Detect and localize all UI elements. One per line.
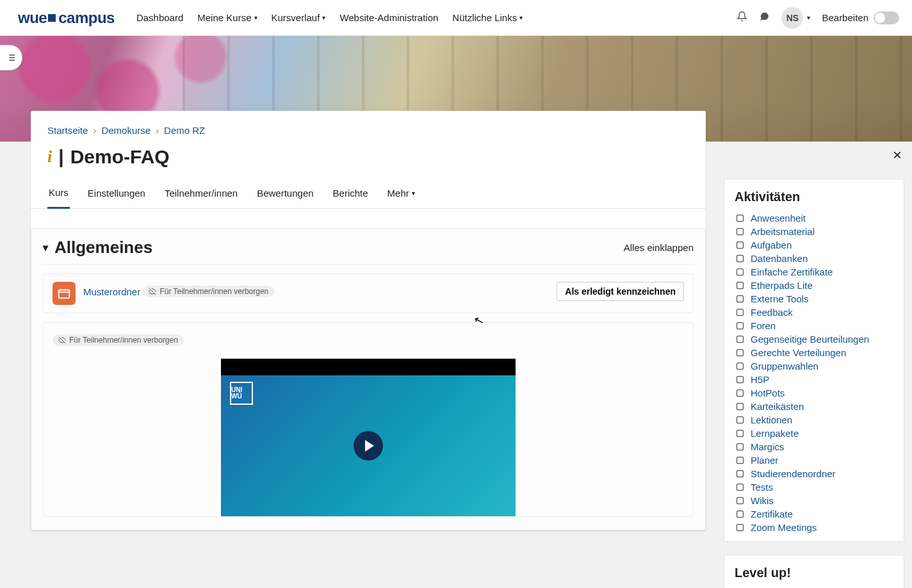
tab-course[interactable]: Kurs xyxy=(47,179,70,209)
tab-reports[interactable]: Berichte xyxy=(332,179,370,208)
activity-link[interactable]: Musterordner xyxy=(83,286,140,297)
activity-type-item[interactable]: Gruppenwahlen xyxy=(735,360,893,372)
tab-grades[interactable]: Bewertungen xyxy=(256,179,314,208)
top-navbar: wue campus Dashboard Meine Kurse ▾ Kursv… xyxy=(0,0,912,36)
chevron-down-icon[interactable]: ▾ xyxy=(43,241,48,254)
activity-type-icon xyxy=(735,415,745,425)
activity-type-item[interactable]: Zoom Meetings xyxy=(735,521,893,534)
activity-type-icon xyxy=(735,321,745,331)
activity-type-item[interactable]: Lektionen xyxy=(735,414,893,426)
activities-block: Aktivitäten Anwesenheit Arbeitsmaterial … xyxy=(724,179,904,542)
activity-type-link[interactable]: Planer xyxy=(751,455,778,466)
svg-rect-15 xyxy=(737,269,743,275)
activity-type-link[interactable]: Gruppenwahlen xyxy=(751,361,818,372)
activity-type-link[interactable]: Anwesenheit xyxy=(751,213,806,224)
activity-type-item[interactable]: Anwesenheit xyxy=(735,212,893,224)
activity-type-item[interactable]: Einfache Zertifikate xyxy=(735,266,893,278)
notifications-icon[interactable] xyxy=(737,11,747,25)
activity-type-link[interactable]: Datenbanken xyxy=(751,253,808,264)
hidden-badge: Für Teilnehmer/innen verborgen xyxy=(143,286,274,297)
nav-course-history-label: Kursverlauf xyxy=(272,12,320,23)
course-content-card: Startseite › Demokurse › Demo RZ i | Dem… xyxy=(31,111,706,530)
activity-type-item[interactable]: Planer xyxy=(735,454,893,466)
tab-more[interactable]: Mehr ▾ xyxy=(386,179,416,208)
activity-type-item[interactable]: Aufgaben xyxy=(735,239,893,251)
tab-more-label: Mehr xyxy=(387,188,409,199)
breadcrumb: Startseite › Demokurse › Demo RZ xyxy=(47,125,689,136)
edit-toggle-switch[interactable] xyxy=(874,12,899,24)
edit-mode-toggle[interactable]: Bearbeiten xyxy=(822,12,899,24)
video-player[interactable]: UNI WÜ xyxy=(221,359,516,516)
activity-type-link[interactable]: Externe Tools xyxy=(751,293,809,304)
activity-type-link[interactable]: Zoom Meetings xyxy=(751,522,817,533)
activity-type-item[interactable]: Wikis xyxy=(735,494,893,507)
activity-type-link[interactable]: Wikis xyxy=(751,495,774,506)
activity-type-item[interactable]: H5P xyxy=(735,373,893,386)
activity-type-item[interactable]: Arbeitsmaterial xyxy=(735,225,893,238)
nav-site-admin[interactable]: Website-Administration xyxy=(334,8,443,27)
activity-type-link[interactable]: Etherpads Lite xyxy=(751,280,813,291)
activity-type-link[interactable]: Studierendenordner xyxy=(751,468,836,479)
activity-type-item[interactable]: Tests xyxy=(735,481,893,493)
activity-type-icon xyxy=(735,388,745,398)
folder-icon xyxy=(53,282,76,305)
svg-rect-21 xyxy=(737,350,743,356)
svg-rect-33 xyxy=(737,511,743,518)
svg-rect-27 xyxy=(737,430,743,437)
activity-type-link[interactable]: Zertifikate xyxy=(751,509,793,519)
user-menu[interactable]: NS ▾ xyxy=(781,7,810,29)
breadcrumb-demo-rz[interactable]: Demo RZ xyxy=(164,125,205,136)
activity-type-item[interactable]: Karteikästen xyxy=(735,400,893,412)
mark-done-button[interactable]: Als erledigt kennzeichnen xyxy=(557,282,684,301)
activity-type-item[interactable]: Externe Tools xyxy=(735,293,893,305)
breadcrumb-demo-courses[interactable]: Demokurse xyxy=(101,125,151,136)
activity-type-item[interactable]: Foren xyxy=(735,320,893,332)
activity-type-link[interactable]: Tests xyxy=(751,482,773,493)
activity-type-item[interactable]: Margics xyxy=(735,441,893,453)
hidden-badge: Für Teilnehmer/innen verborgen xyxy=(53,334,184,346)
nav-course-history[interactable]: Kursverlauf ▾ xyxy=(266,8,331,27)
activity-type-link[interactable]: Foren xyxy=(751,320,776,331)
nav-right: NS ▾ Bearbeiten xyxy=(737,7,899,29)
activity-type-item[interactable]: Feedback xyxy=(735,306,893,318)
play-button-icon[interactable] xyxy=(354,431,383,461)
activity-type-link[interactable]: Lektionen xyxy=(751,414,792,425)
activity-type-link[interactable]: Feedback xyxy=(751,307,793,318)
activity-type-link[interactable]: Arbeitsmaterial xyxy=(751,226,815,237)
site-logo[interactable]: wue campus xyxy=(18,9,115,27)
nav-useful-links[interactable]: Nützliche Links ▾ xyxy=(447,8,528,27)
activity-type-item[interactable]: Studierendenordner xyxy=(735,468,893,480)
svg-rect-32 xyxy=(737,498,743,504)
svg-rect-13 xyxy=(737,242,743,249)
activity-type-item[interactable]: Datenbanken xyxy=(735,252,893,265)
activity-type-link[interactable]: Karteikästen xyxy=(751,401,804,412)
activity-type-item[interactable]: Gegenseitige Beurteilungen xyxy=(735,333,893,345)
nav-my-courses[interactable]: Meine Kurse ▾ xyxy=(192,8,262,27)
tab-participants[interactable]: Teilnehmer/innen xyxy=(163,179,239,208)
levelup-block: Level up! Beteiligen Sie sich am Kurs, u… xyxy=(724,555,904,588)
activity-type-link[interactable]: Einfache Zertifikate xyxy=(751,266,833,277)
svg-rect-19 xyxy=(737,323,743,329)
collapse-all-link[interactable]: Alles einklappen xyxy=(624,242,694,253)
chevron-down-icon: ▾ xyxy=(322,14,325,21)
tab-settings[interactable]: Einstellungen xyxy=(86,179,147,208)
activity-type-item[interactable]: Etherpads Lite xyxy=(735,279,893,291)
activity-type-link[interactable]: H5P xyxy=(751,374,769,385)
activity-type-link[interactable]: Gerechte Verteilungen xyxy=(751,347,846,358)
activity-type-item[interactable]: Gerechte Verteilungen xyxy=(735,347,893,359)
svg-rect-22 xyxy=(737,363,743,370)
activity-type-item[interactable]: Zertifikate xyxy=(735,508,893,520)
activity-type-item[interactable]: Lernpakete xyxy=(735,427,893,439)
video-logo: UNI WÜ xyxy=(230,382,253,405)
activity-type-link[interactable]: Lernpakete xyxy=(751,428,799,439)
activity-type-link[interactable]: HotPots xyxy=(751,388,785,398)
course-section: ▾ Allgemeines Alles einklappen Musterord… xyxy=(31,228,706,530)
activity-type-link[interactable]: Aufgaben xyxy=(751,240,792,250)
activity-type-link[interactable]: Margics xyxy=(751,441,785,452)
activity-type-item[interactable]: HotPots xyxy=(735,387,893,399)
breadcrumb-home[interactable]: Startseite xyxy=(47,125,88,136)
nav-dashboard[interactable]: Dashboard xyxy=(131,8,188,27)
close-drawer-button[interactable] xyxy=(893,149,902,163)
messages-icon[interactable] xyxy=(759,11,770,25)
activity-type-link[interactable]: Gegenseitige Beurteilungen xyxy=(751,334,869,345)
